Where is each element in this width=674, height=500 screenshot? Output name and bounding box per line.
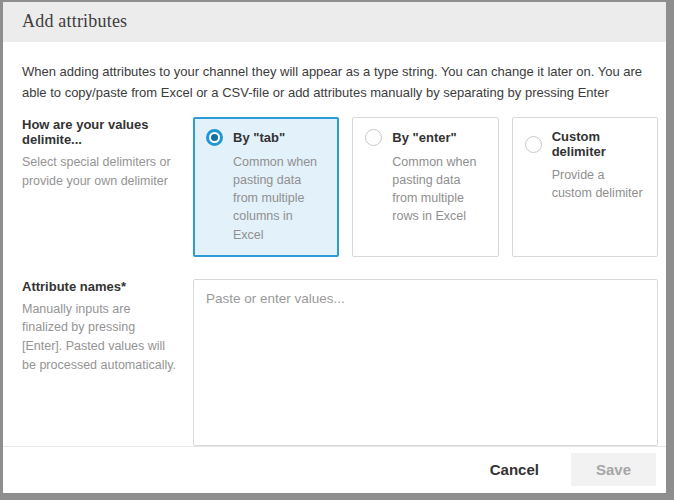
radio-selected-icon[interactable] [206, 129, 223, 146]
radio-dot [211, 134, 218, 141]
delimiter-option-tab[interactable]: By "tab" Common when pasting data from m… [193, 117, 339, 257]
dialog-intro-text: When adding attributes to your channel t… [22, 61, 658, 103]
delimiter-option-custom-title: Custom delimiter [552, 129, 645, 159]
delimiter-option-enter-title: By "enter" [392, 130, 456, 145]
delimiter-option-custom-desc: Provide a custom delimiter [552, 166, 645, 202]
delimiter-option-enter[interactable]: By "enter" Common when pasting data from… [352, 117, 498, 257]
attribute-values-textarea[interactable] [193, 279, 658, 446]
attribute-names-control [193, 279, 658, 446]
delimiter-option-enter-head: By "enter" [365, 129, 485, 146]
delimiter-option-tab-desc: Common when pasting data from multiple c… [233, 153, 326, 244]
dialog-titlebar: Add attributes [3, 2, 666, 42]
dialog-title: Add attributes [22, 11, 647, 32]
delimiter-option-cards: By "tab" Common when pasting data from m… [193, 117, 658, 257]
delimiter-field-help: Select special delimiters or provide you… [22, 153, 179, 191]
delimiter-option-enter-desc: Common when pasting data from multiple r… [392, 153, 485, 226]
delimiter-label-column: How are your values delimite... Select s… [22, 117, 193, 191]
delimiter-option-custom-head: Custom delimiter [525, 129, 645, 159]
radio-unselected-icon[interactable] [525, 136, 542, 153]
dialog-footer: Cancel Save [3, 446, 666, 493]
attribute-names-row: Attribute names* Manually inputs are fin… [22, 279, 658, 446]
delimiter-row: How are your values delimite... Select s… [22, 117, 658, 257]
attribute-names-field-help: Manually inputs are finalized by pressin… [22, 300, 179, 375]
radio-unselected-icon[interactable] [365, 129, 382, 146]
attribute-names-field-label: Attribute names* [22, 279, 179, 294]
add-attributes-dialog: Add attributes When adding attributes to… [0, 0, 674, 500]
dialog-body: When adding attributes to your channel t… [3, 42, 666, 446]
delimiter-options: By "tab" Common when pasting data from m… [193, 117, 658, 257]
cancel-button[interactable]: Cancel [486, 455, 543, 484]
attribute-names-label-column: Attribute names* Manually inputs are fin… [22, 279, 193, 375]
save-button[interactable]: Save [571, 453, 656, 486]
delimiter-option-tab-title: By "tab" [233, 130, 285, 145]
delimiter-option-custom[interactable]: Custom delimiter Provide a custom delimi… [512, 117, 658, 257]
delimiter-field-label: How are your values delimite... [22, 117, 179, 147]
delimiter-option-tab-head: By "tab" [206, 129, 326, 146]
